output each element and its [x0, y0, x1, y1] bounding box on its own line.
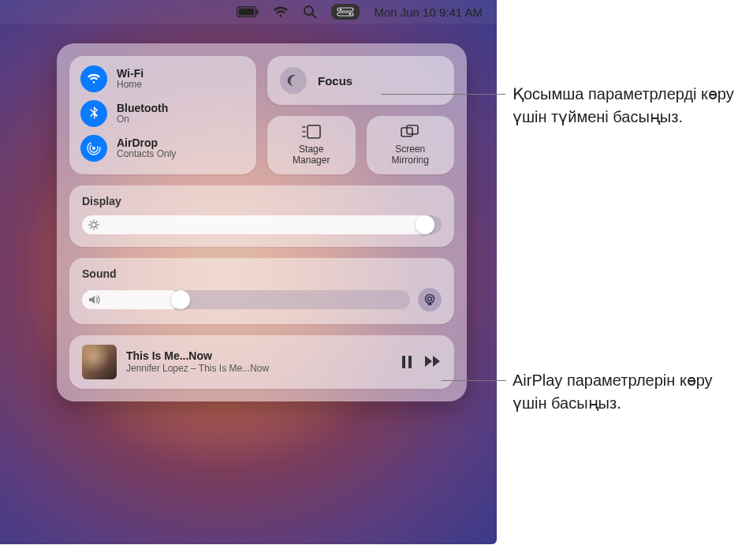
svg-line-24 — [96, 227, 97, 228]
airplay-audio-button[interactable] — [418, 288, 442, 312]
display-panel: Display — [69, 185, 454, 247]
focus-title: Focus — [318, 74, 352, 88]
bluetooth-subtitle: On — [117, 114, 168, 125]
display-title: Display — [82, 195, 442, 207]
focus-button[interactable]: Focus — [267, 56, 454, 105]
svg-point-27 — [426, 294, 434, 303]
bluetooth-icon — [80, 100, 107, 127]
screen-mirroring-label: Screen Mirroring — [392, 144, 429, 166]
battery-icon[interactable] — [237, 6, 259, 17]
next-track-button[interactable] — [424, 355, 442, 369]
spotlight-icon[interactable] — [303, 5, 317, 19]
menubar: Mon Jun 10 9:41 AM — [0, 0, 497, 24]
airdrop-toggle[interactable]: AirDrop Contacts Only — [80, 135, 245, 162]
svg-point-8 — [349, 13, 352, 16]
stage-manager-button[interactable]: Stage Manager — [267, 116, 356, 174]
brightness-icon — [88, 219, 99, 230]
wifi-icon[interactable] — [273, 6, 289, 18]
svg-rect-29 — [402, 356, 405, 368]
svg-point-3 — [304, 6, 313, 15]
stage-manager-label: Stage Manager — [293, 144, 330, 166]
svg-point-28 — [428, 297, 432, 301]
svg-line-23 — [91, 221, 91, 222]
svg-point-18 — [91, 222, 96, 227]
menubar-date-time[interactable]: Mon Jun 10 9:41 AM — [374, 6, 483, 19]
now-playing-subtitle: Jennifer Lopez – This Is Me...Now — [126, 363, 391, 374]
svg-rect-12 — [308, 125, 320, 138]
callout-airplay-text: AirPlay параметрлерін көру үшін басыңыз. — [513, 371, 713, 412]
connectivity-panel: Wi-Fi Home Bluetooth On AirDrop Contacts… — [69, 56, 256, 174]
airdrop-title: AirDrop — [117, 136, 176, 149]
svg-line-25 — [91, 227, 91, 228]
brightness-slider[interactable] — [82, 215, 442, 234]
callout-focus-text: Қосымша параметрлерді көру үшін түймені … — [513, 85, 734, 125]
airdrop-subtitle: Contacts Only — [117, 149, 176, 160]
brightness-thumb[interactable] — [416, 215, 434, 234]
airdrop-icon — [80, 135, 107, 162]
stage-manager-icon — [301, 124, 322, 140]
callout-focus: Қосымша параметрлерді көру үшін түймені … — [513, 83, 741, 129]
screen-mirroring-icon — [400, 124, 420, 140]
svg-rect-30 — [408, 356, 412, 368]
sound-title: Sound — [82, 267, 442, 280]
callout-airplay: AirPlay параметрлерін көру үшін басыңыз. — [513, 369, 741, 415]
pause-button[interactable] — [401, 355, 413, 369]
brightness-fill — [82, 215, 434, 234]
screen-mirroring-button[interactable]: Screen Mirroring — [367, 116, 455, 174]
sound-panel: Sound — [69, 258, 454, 324]
svg-point-6 — [340, 9, 342, 11]
svg-line-4 — [312, 14, 316, 18]
now-playing-title: This Is Me...Now — [126, 349, 391, 363]
svg-rect-2 — [257, 9, 259, 14]
wifi-subtitle: Home — [117, 80, 144, 91]
tiles-row: Stage Manager Screen Mirroring — [267, 116, 454, 174]
moon-icon — [280, 67, 307, 94]
svg-point-9 — [92, 147, 95, 150]
album-art — [82, 345, 117, 379]
bluetooth-toggle[interactable]: Bluetooth On — [80, 100, 245, 127]
svg-line-26 — [96, 221, 97, 222]
speaker-icon — [88, 294, 101, 305]
wifi-toggle[interactable]: Wi-Fi Home — [80, 65, 245, 92]
control-center-panel: Wi-Fi Home Bluetooth On AirDrop Contacts… — [57, 43, 467, 401]
volume-fill — [82, 290, 181, 309]
now-playing-controls — [401, 355, 442, 369]
wifi-title: Wi-Fi — [117, 67, 144, 80]
svg-rect-1 — [239, 9, 255, 16]
volume-thumb[interactable] — [171, 290, 190, 309]
now-playing-panel[interactable]: This Is Me...Now Jennifer Lopez – This I… — [69, 335, 454, 389]
volume-slider[interactable] — [82, 290, 410, 309]
wifi-icon — [80, 65, 107, 92]
airplay-icon — [423, 293, 437, 306]
control-center-menubar-icon[interactable] — [331, 4, 360, 20]
bluetooth-title: Bluetooth — [117, 102, 168, 114]
